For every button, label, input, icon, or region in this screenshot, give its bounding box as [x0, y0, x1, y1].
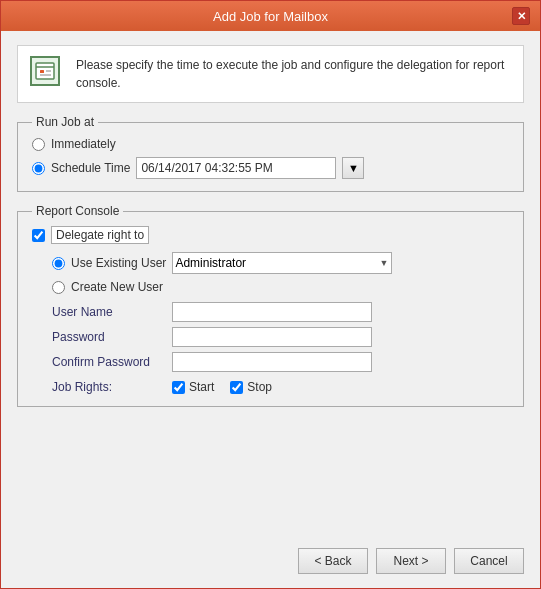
confirm-password-input[interactable] — [172, 352, 372, 372]
use-existing-label[interactable]: Use Existing User — [71, 256, 166, 270]
indented-section: Use Existing User Administrator Create N… — [32, 252, 509, 394]
run-job-legend: Run Job at — [32, 115, 98, 129]
user-name-label: User Name — [52, 305, 172, 319]
svg-rect-0 — [36, 63, 54, 79]
info-icon — [30, 56, 66, 92]
create-new-row: Create New User — [52, 280, 509, 294]
password-input[interactable] — [172, 327, 372, 347]
existing-user-wrapper: Administrator — [172, 252, 392, 274]
confirm-password-row: Confirm Password — [52, 352, 509, 372]
stop-check-item: Stop — [230, 380, 272, 394]
calendar-button[interactable]: ▼ — [342, 157, 364, 179]
delegate-label[interactable]: Delegate right to — [51, 226, 149, 244]
report-console-legend: Report Console — [32, 204, 123, 218]
immediately-label[interactable]: Immediately — [51, 137, 116, 151]
delegate-checkbox[interactable] — [32, 229, 45, 242]
back-button[interactable]: < Back — [298, 548, 368, 574]
stop-checkbox[interactable] — [230, 381, 243, 394]
user-name-row: User Name — [52, 302, 509, 322]
title-bar: Add Job for Mailbox ✕ — [1, 1, 540, 31]
footer: < Back Next > Cancel — [1, 538, 540, 588]
delegate-row: Delegate right to — [32, 226, 509, 244]
run-job-fieldset: Run Job at Immediately Schedule Time ▼ — [17, 115, 524, 192]
start-checkbox[interactable] — [172, 381, 185, 394]
immediately-row: Immediately — [32, 137, 509, 151]
start-check-item: Start — [172, 380, 214, 394]
use-existing-radio[interactable] — [52, 257, 65, 270]
immediately-radio[interactable] — [32, 138, 45, 151]
close-button[interactable]: ✕ — [512, 7, 530, 25]
user-name-input[interactable] — [172, 302, 372, 322]
schedule-row: Schedule Time ▼ — [32, 157, 509, 179]
schedule-input[interactable] — [136, 157, 336, 179]
password-label: Password — [52, 330, 172, 344]
confirm-password-label: Confirm Password — [52, 355, 172, 369]
stop-label[interactable]: Stop — [247, 380, 272, 394]
use-existing-row: Use Existing User Administrator — [52, 252, 509, 274]
svg-rect-2 — [40, 70, 44, 73]
main-window: Add Job for Mailbox ✕ Please specify the… — [0, 0, 541, 589]
rights-checks: Start Stop — [172, 380, 272, 394]
content-area: Please specify the time to execute the j… — [1, 31, 540, 538]
schedule-time-radio[interactable] — [32, 162, 45, 175]
start-label[interactable]: Start — [189, 380, 214, 394]
info-text: Please specify the time to execute the j… — [76, 56, 511, 92]
create-new-label[interactable]: Create New User — [71, 280, 163, 294]
create-new-radio[interactable] — [52, 281, 65, 294]
schedule-time-label[interactable]: Schedule Time — [51, 161, 130, 175]
report-console-fieldset: Report Console Delegate right to Use Exi… — [17, 204, 524, 407]
next-button[interactable]: Next > — [376, 548, 446, 574]
window-title: Add Job for Mailbox — [29, 9, 512, 24]
job-rights-row: Job Rights: Start Stop — [52, 380, 509, 394]
cancel-button[interactable]: Cancel — [454, 548, 524, 574]
info-banner: Please specify the time to execute the j… — [17, 45, 524, 103]
existing-user-select[interactable]: Administrator — [172, 252, 392, 274]
job-rights-label: Job Rights: — [52, 380, 172, 394]
password-row: Password — [52, 327, 509, 347]
